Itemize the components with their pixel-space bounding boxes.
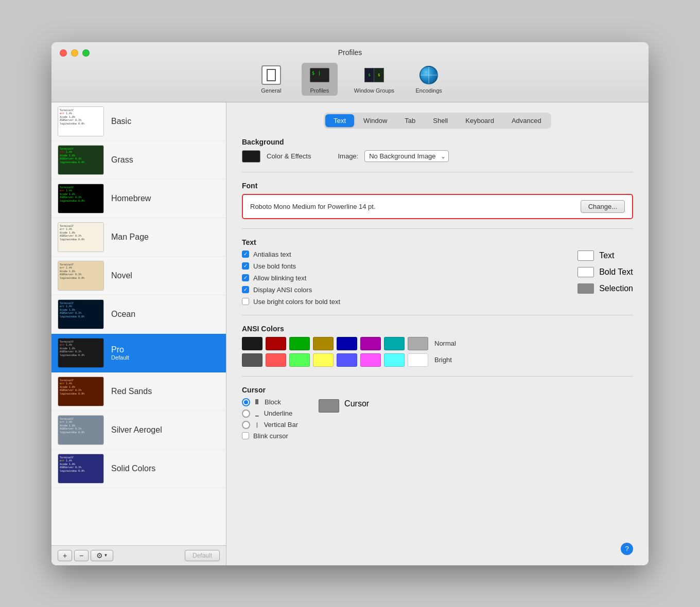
bold-text-color-swatch[interactable] xyxy=(577,267,594,277)
profile-item-pro[interactable]: TerminalFerr 1.4%Xcode 1.8%ASBServer 0.3… xyxy=(51,334,226,372)
profile-item-silveraerogel[interactable]: TerminalFerr 1.4%Xcode 1.8%ASBServer 0.3… xyxy=(51,411,226,450)
ansi-normal-7[interactable] xyxy=(408,337,428,350)
checkbox-bright[interactable]: Use bright colors for bold text xyxy=(242,298,340,306)
profile-item-ocean[interactable]: TerminalFerr 1.4%Xcode 1.8%ASBServer 0.3… xyxy=(51,295,226,334)
tab-tab[interactable]: Tab xyxy=(396,114,424,127)
profile-item-basic[interactable]: TerminalFerr 1.4%Xcode 1.8%ASBServer 0.3… xyxy=(51,102,226,141)
toolbar-item-encodings[interactable]: Encodings xyxy=(411,63,447,96)
profile-name-pro: Pro xyxy=(111,345,129,354)
text-section-layout: Antialias text Use bold fonts Allow blin… xyxy=(242,251,633,306)
ansi-normal-0[interactable] xyxy=(242,337,262,350)
profile-name-silveraerogel: Silver Aerogel xyxy=(111,425,162,435)
cursor-color-section: Cursor xyxy=(319,399,369,440)
add-profile-button[interactable]: + xyxy=(58,550,72,561)
gear-button[interactable]: ⚙ ▼ xyxy=(91,550,113,561)
help-button[interactable]: ? xyxy=(621,543,633,555)
tab-window[interactable]: Window xyxy=(355,114,395,127)
profile-item-grass[interactable]: TerminalFerr 1.4%Xcode 1.8%ASBServer 0.3… xyxy=(51,141,226,180)
window-groups-icon: $ $ xyxy=(364,65,384,85)
cursor-color-swatch[interactable] xyxy=(319,399,339,413)
cursor-vbar-label: Vertical Bar xyxy=(264,421,298,429)
checkbox-bold[interactable]: Use bold fonts xyxy=(242,262,340,270)
main-window: Profiles General Profiles $ xyxy=(51,42,649,565)
checkbox-ansi-input[interactable] xyxy=(242,286,249,293)
cursor-underline-label: Underline xyxy=(264,409,293,417)
ansi-normal-1[interactable] xyxy=(266,337,286,350)
text-section-title: Text xyxy=(242,238,633,246)
ansi-normal-label: Normal xyxy=(434,340,456,347)
font-section: Font Roboto Mono Medium for Powerline 14… xyxy=(242,182,633,219)
profile-item-homebrew[interactable]: TerminalFerr 1.4%Xcode 1.8%ASBServer 0.3… xyxy=(51,180,226,218)
checkbox-blinking[interactable]: Allow blinking text xyxy=(242,274,340,282)
cursor-underline-radio[interactable] xyxy=(242,409,250,418)
cursor-section-title: Cursor xyxy=(242,386,633,394)
cursor-vbar-radio[interactable] xyxy=(242,421,250,429)
minimize-button[interactable] xyxy=(71,49,78,57)
checkbox-antialias-input[interactable] xyxy=(242,251,249,258)
ansi-normal-6[interactable] xyxy=(384,337,405,350)
text-color-swatch[interactable] xyxy=(577,251,594,261)
change-font-button[interactable]: Change... xyxy=(581,200,625,213)
ansi-bright-7[interactable] xyxy=(408,353,428,367)
tab-keyboard[interactable]: Keyboard xyxy=(457,114,502,127)
ansi-bright-label: Bright xyxy=(434,356,452,364)
text-section-container: Text Antialias text Use bold fonts xyxy=(242,238,633,306)
profile-text-block-novel: Novel xyxy=(111,271,132,280)
chevron-down-icon: ▼ xyxy=(104,553,108,558)
text-checkboxes: Antialias text Use bold fonts Allow blin… xyxy=(242,251,340,306)
profiles-icon xyxy=(309,65,330,85)
profile-item-solidcolors[interactable]: TerminalFerr 1.4%Xcode 1.8%ASBServer 0.3… xyxy=(51,450,226,488)
ansi-normal-3[interactable] xyxy=(313,337,334,350)
checkbox-antialias[interactable]: Antialias text xyxy=(242,251,340,258)
blink-checkbox[interactable] xyxy=(242,432,249,439)
image-select[interactable]: No Background Image xyxy=(364,150,449,162)
checkbox-ansi-label: Display ANSI colors xyxy=(253,286,312,294)
profile-name-redsands: Red Sands xyxy=(111,387,152,396)
toolbar-item-general[interactable]: General xyxy=(253,63,289,96)
close-button[interactable] xyxy=(60,49,67,57)
ansi-bright-2[interactable] xyxy=(289,353,310,367)
tab-advanced[interactable]: Advanced xyxy=(503,114,550,127)
checkbox-ansi[interactable]: Display ANSI colors xyxy=(242,286,340,294)
ansi-normal-5[interactable] xyxy=(360,337,381,350)
profile-text-block-pro: Pro Default xyxy=(111,345,129,361)
profile-item-novel[interactable]: TerminalFerr 1.4%Xcode 1.8%ASBServer 0.3… xyxy=(51,257,226,295)
cursor-color-label: Cursor xyxy=(344,399,369,408)
ansi-bright-0[interactable] xyxy=(242,353,262,367)
profile-thumbnail-redsands: TerminalFerr 1.4%Xcode 1.8%ASBServer 0.3… xyxy=(58,377,104,406)
background-section: Background Color & Effects Image: No Bac… xyxy=(242,138,633,163)
ansi-normal-2[interactable] xyxy=(289,337,310,350)
profile-text-block-grass: Grass xyxy=(111,155,133,165)
cursor-layout: Block _ Underline | Vertical Bar xyxy=(242,398,633,440)
cursor-block-radio[interactable] xyxy=(242,398,250,406)
tab-text[interactable]: Text xyxy=(325,114,354,127)
cursor-underline-row: _ Underline xyxy=(242,409,298,418)
ansi-bright-5[interactable] xyxy=(360,353,381,367)
ansi-bright-1[interactable] xyxy=(266,353,286,367)
ansi-normal-4[interactable] xyxy=(337,337,357,350)
tab-shell[interactable]: Shell xyxy=(425,114,456,127)
checkbox-blinking-input[interactable] xyxy=(242,274,249,281)
checkbox-bold-input[interactable] xyxy=(242,262,249,270)
profile-text-block-redsands: Red Sands xyxy=(111,387,152,396)
toolbar-item-window-groups[interactable]: $ $ Window Groups xyxy=(350,63,398,96)
ansi-bright-3[interactable] xyxy=(313,353,334,367)
remove-profile-button[interactable]: − xyxy=(74,550,89,561)
toolbar-item-profiles[interactable]: Profiles xyxy=(302,63,338,96)
default-button[interactable]: Default xyxy=(185,550,220,561)
profile-item-redsands[interactable]: TerminalFerr 1.4%Xcode 1.8%ASBServer 0.3… xyxy=(51,372,226,411)
checkbox-bright-input[interactable] xyxy=(242,298,249,305)
maximize-button[interactable] xyxy=(82,49,90,57)
background-color-swatch[interactable] xyxy=(242,150,260,163)
profile-list: TerminalFerr 1.4%Xcode 1.8%ASBServer 0.3… xyxy=(51,102,226,545)
ansi-bright-6[interactable] xyxy=(384,353,405,367)
profile-name-ocean: Ocean xyxy=(111,310,135,319)
selection-color-swatch[interactable] xyxy=(577,283,594,294)
ansi-grid: Normal Bright xyxy=(242,337,633,367)
ansi-bright-4[interactable] xyxy=(337,353,357,367)
profile-thumbnail-grass: TerminalFerr 1.4%Xcode 1.8%ASBServer 0.3… xyxy=(58,145,104,175)
profile-item-manpage[interactable]: TerminalFerr 1.4%Xcode 1.8%ASBServer 0.3… xyxy=(51,218,226,257)
cursor-vbar-row: | Vertical Bar xyxy=(242,421,298,429)
cursor-vbar-indicator: | xyxy=(255,421,259,428)
general-icon xyxy=(261,65,282,85)
